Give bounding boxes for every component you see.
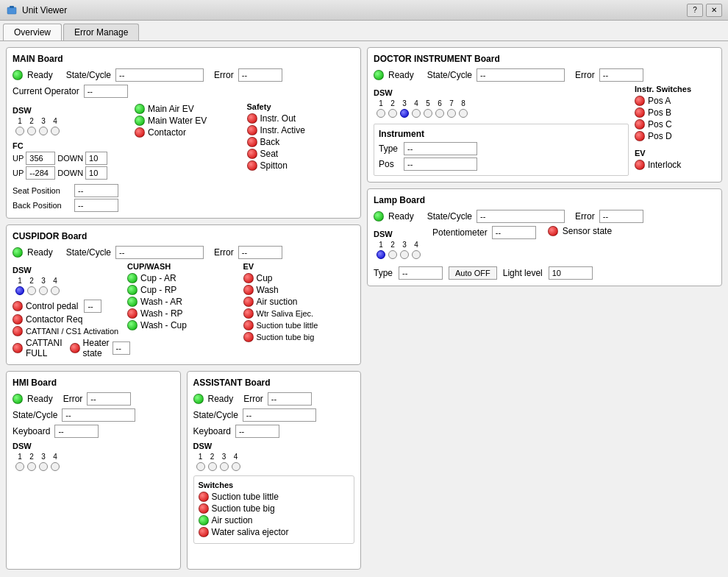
- dsw1-label: 1: [18, 117, 22, 125]
- title-bar: Unit Viewer ? ✕: [0, 0, 728, 21]
- main-board-error-label: Error: [214, 70, 234, 80]
- interlock-label: Interlock: [648, 160, 681, 170]
- doc-dsw1: 1: [379, 99, 383, 107]
- pos-b-label: Pos B: [648, 107, 671, 118]
- heater-state-led: [70, 343, 80, 353]
- main-board-error-value: --: [238, 68, 282, 82]
- main-board-ready-label: Ready: [27, 70, 53, 80]
- assistant-switches-section: Switches Suction tube little Suction tub…: [193, 475, 355, 544]
- dsw2-radio[interactable]: [27, 127, 36, 135]
- assistant-error-label: Error: [243, 394, 263, 404]
- dsw4-radio[interactable]: [51, 127, 60, 135]
- hmi-keyboard-label: Keyboard: [13, 426, 50, 436]
- hmi-dsw4-radio[interactable]: [51, 462, 60, 471]
- control-pedal-value: --: [84, 300, 101, 313]
- cuspidor-ready-led: [13, 247, 23, 258]
- lamp-dsw3-radio[interactable]: [400, 250, 409, 259]
- main-board-current-operator-value: --: [84, 85, 128, 98]
- hmi-dsw1-radio[interactable]: [15, 462, 24, 471]
- asst-dsw3-radio[interactable]: [220, 462, 229, 471]
- lamp-dsw2-radio[interactable]: [388, 250, 397, 259]
- asst-dsw4-radio[interactable]: [232, 462, 240, 471]
- wash-cup-led: [127, 320, 138, 330]
- lamp-state-cycle-label: State/Cycle: [427, 211, 472, 222]
- pos-b-led: [635, 107, 645, 118]
- doc-dsw6-radio[interactable]: [435, 109, 444, 118]
- cusp-dsw4-radio[interactable]: [51, 286, 60, 295]
- doc-dsw8-radio[interactable]: [459, 109, 468, 118]
- doc-dsw7-radio[interactable]: [447, 109, 456, 118]
- main-board-state-cycle-value: --: [115, 68, 204, 82]
- asst-air-suction-led: [199, 515, 209, 525]
- cup-ar-label: Cup - AR: [140, 273, 176, 283]
- main-board-dsw-label: DSW: [13, 106, 32, 115]
- cup-ev-led: [243, 273, 254, 283]
- suction-tube-little-label: Suction tube little: [257, 321, 318, 330]
- hmi-board-panel: HMI Board Ready Error -- State/Cycle -- …: [6, 371, 181, 570]
- tab-overview[interactable]: Overview: [3, 24, 62, 40]
- dsw3-label: 3: [41, 117, 46, 125]
- lamp-error-value: --: [599, 210, 643, 223]
- assistant-keyboard-label: Keyboard: [193, 426, 231, 436]
- wash-ev-label: Wash: [257, 285, 279, 295]
- dsw1-radio[interactable]: [15, 127, 24, 135]
- seat-position-label: Seat Position: [13, 186, 71, 195]
- doc-dsw5-radio[interactable]: [424, 109, 432, 118]
- fc-label: FC: [13, 141, 130, 150]
- doctor-state-cycle-label: State/Cycle: [427, 70, 472, 80]
- asst-dsw2-radio[interactable]: [208, 462, 217, 471]
- pos-d-label: Pos D: [648, 131, 672, 141]
- doc-dsw3-radio[interactable]: [400, 109, 409, 118]
- lamp-error-label: Error: [575, 211, 595, 222]
- tab-error-manage[interactable]: Error Manage: [63, 24, 139, 40]
- doc-dsw1-radio[interactable]: [377, 109, 385, 118]
- help-button[interactable]: ?: [687, 4, 703, 17]
- instrument-type-label: Type: [379, 144, 401, 154]
- suction-tube-big-label: Suction tube big: [257, 333, 315, 341]
- lamp-dsw4-radio[interactable]: [412, 250, 421, 259]
- control-pedal-led: [13, 301, 23, 311]
- app-icon: [6, 4, 18, 16]
- doc-dsw4-radio[interactable]: [412, 109, 421, 118]
- assistant-state-cycle-label: State/Cycle: [193, 410, 238, 420]
- pos-c-led: [635, 119, 645, 130]
- doctor-error-value: --: [599, 68, 643, 82]
- instr-switches-label: Instr. Switches: [635, 85, 715, 93]
- cusp-dsw3-radio[interactable]: [39, 286, 48, 295]
- left-column: MAIN Board Ready State/Cycle -- Error --…: [6, 47, 361, 570]
- cusp-dsw1-radio[interactable]: [15, 286, 24, 295]
- heater-state-label: Heater state: [83, 338, 110, 358]
- doctor-ready-label: Ready: [388, 70, 414, 80]
- spitton-label: Spitton: [260, 160, 288, 171]
- hmi-dsw-label: DSW: [13, 442, 32, 450]
- doctor-board-title: DOCTOR INSTRUMENT Board: [374, 54, 715, 64]
- back-label: Back: [260, 137, 280, 147]
- cattani-cs1-label: CATTANI / CS1 Activation: [26, 327, 118, 336]
- lamp-potentiometer-label: Potentiometer: [432, 227, 488, 238]
- dsw3-radio[interactable]: [39, 127, 48, 135]
- hmi-dsw2-radio[interactable]: [27, 462, 36, 471]
- assistant-ready-label: Ready: [208, 394, 234, 404]
- hmi-dsw3-radio[interactable]: [39, 462, 48, 471]
- assistant-keyboard-value: --: [235, 425, 279, 438]
- asst-dsw1-radio[interactable]: [196, 462, 205, 471]
- doc-dsw2-radio[interactable]: [388, 109, 397, 118]
- main-content: MAIN Board Ready State/Cycle -- Error --…: [0, 41, 728, 576]
- cuspidor-state-cycle-label: State/Cycle: [66, 247, 111, 258]
- pos-c-label: Pos C: [648, 119, 672, 130]
- lamp-dsw1-radio[interactable]: [377, 250, 385, 259]
- safety-label: Safety: [247, 102, 355, 111]
- main-board-title: MAIN Board: [13, 54, 354, 64]
- close-button[interactable]: ✕: [706, 4, 722, 17]
- assistant-dsw-label: DSW: [193, 442, 213, 450]
- dsw4-label: 4: [53, 117, 57, 125]
- back-position-value: --: [74, 199, 118, 212]
- cusp-dsw3-label: 3: [41, 277, 46, 285]
- fc-down-value: 10: [85, 152, 107, 165]
- cusp-dsw2-radio[interactable]: [27, 286, 36, 295]
- contactor-label: Contactor: [148, 127, 186, 138]
- asst-water-saliva-label: Water saliva ejector: [212, 527, 289, 537]
- instr-out-led: [247, 113, 257, 124]
- seat-led: [247, 149, 257, 159]
- instrument-pos-label: Pos: [379, 159, 401, 169]
